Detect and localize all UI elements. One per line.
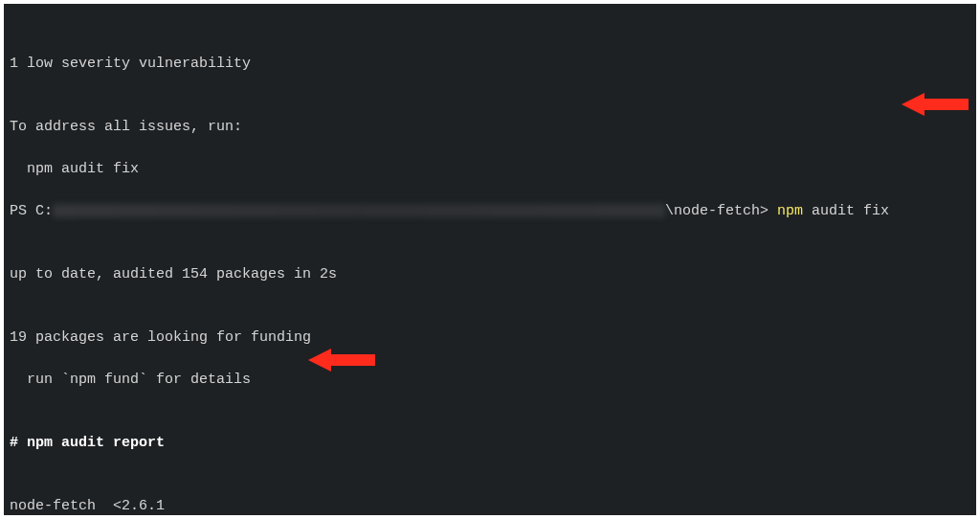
prompt-path-tail: \node-fetch>: [665, 203, 777, 219]
output-line: 19 packages are looking for funding: [10, 327, 970, 349]
output-line: run `npm fund` for details: [10, 370, 970, 391]
output-line: up to date, audited 154 packages in 2s: [10, 264, 970, 285]
command-args: audit fix: [803, 203, 889, 219]
arrow-icon: [902, 90, 969, 119]
redacted-path: [53, 204, 665, 217]
svg-marker-0: [902, 93, 969, 116]
output-line: To address all issues, run:: [10, 117, 970, 138]
output-line: 1 low severity vulnerability: [10, 54, 970, 75]
prompt-line[interactable]: PS C:\node-fetch> npm audit fix: [10, 201, 970, 222]
package-line: node-fetch <2.6.1: [10, 496, 970, 515]
terminal-window[interactable]: 1 low severity vulnerability To address …: [4, 4, 976, 515]
command-name: npm: [777, 203, 803, 219]
audit-report-header: # npm audit report: [10, 433, 970, 454]
output-line: npm audit fix: [10, 159, 970, 180]
prompt-prefix: PS C:: [10, 203, 53, 219]
svg-marker-1: [308, 349, 375, 372]
